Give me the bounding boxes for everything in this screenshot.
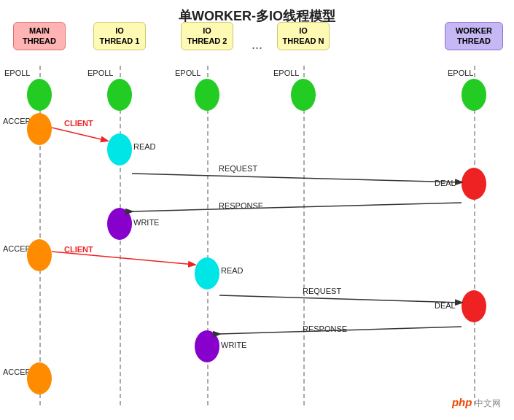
svg-line-1: [132, 174, 462, 182]
client1-label: CLIENT: [64, 119, 93, 128]
deal2-oval: [462, 290, 486, 322]
write2-label: WRITE: [221, 341, 246, 349]
read1-oval: [107, 133, 132, 166]
vline-worker: [474, 66, 475, 405]
epoll-label-ion: EPOLL: [273, 69, 299, 77]
response1-label: RESPONSE: [219, 201, 263, 210]
write1-oval: [107, 208, 132, 240]
epoll-label-io2: EPOLL: [175, 69, 200, 77]
accept3-oval: [27, 362, 52, 394]
accept2-oval: [27, 239, 52, 271]
epoll-oval-io2: [195, 79, 219, 111]
client2-label: CLIENT: [64, 245, 93, 254]
request2-label: REQUEST: [303, 287, 341, 295]
epoll-oval-ion: [291, 79, 316, 111]
svg-line-2: [132, 203, 462, 211]
svg-line-0: [52, 128, 107, 141]
accept1-oval: [27, 113, 52, 145]
thread-worker-box: WORKERTHREAD: [445, 22, 503, 50]
deal1-label: DEAL: [435, 179, 456, 187]
diagram: 单WORKER-多IO线程模型 MAINTHREAD IOTHREAD 1 IO…: [0, 0, 514, 420]
epoll-label-main: EPOLL: [4, 69, 30, 77]
vline-ion: [303, 66, 305, 405]
thread-ion-box: IOTHREAD N: [277, 22, 330, 50]
thread-io1-box: IOTHREAD 1: [93, 22, 146, 50]
request1-label: REQUEST: [219, 164, 257, 173]
thread-main-box: MAINTHREAD: [13, 22, 66, 50]
epoll-oval-io1: [107, 79, 132, 111]
epoll-oval-main: [27, 79, 52, 111]
write2-oval: [195, 330, 219, 362]
epoll-label-worker: EPOLL: [448, 69, 473, 77]
deal2-label: DEAL: [435, 301, 456, 310]
read1-label: READ: [133, 142, 156, 151]
deal1-oval: [462, 168, 486, 200]
thread-dots: ···: [252, 40, 262, 55]
read2-oval: [195, 257, 219, 289]
write1-label: WRITE: [133, 218, 159, 227]
thread-io2-box: IOTHREAD 2: [181, 22, 233, 50]
response2-label: RESPONSE: [303, 324, 347, 333]
watermark: php 中文网: [452, 396, 501, 410]
page-title: 单WORKER-多IO线程模型: [0, 0, 514, 25]
epoll-label-io1: EPOLL: [87, 69, 113, 77]
epoll-oval-worker: [462, 79, 486, 111]
svg-line-4: [219, 295, 462, 303]
arrows-svg: [0, 0, 514, 420]
read2-label: READ: [221, 266, 244, 275]
